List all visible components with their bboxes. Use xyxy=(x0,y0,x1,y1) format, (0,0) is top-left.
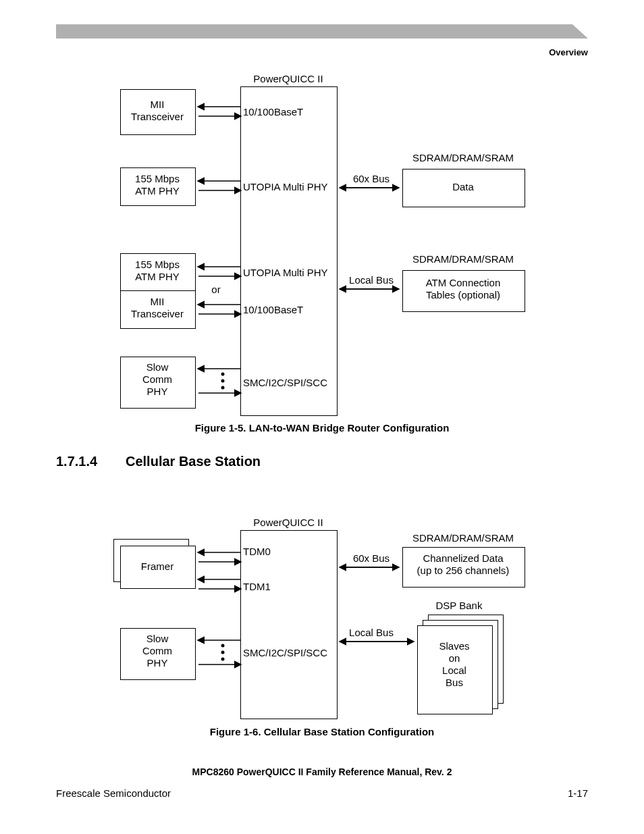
footer-left: Freescale Semiconductor xyxy=(56,787,171,799)
footer-title: MPC8260 PowerQUICC II Family Reference M… xyxy=(0,766,644,777)
fig2-caption: Figure 1-6. Cellular Base Station Config… xyxy=(0,726,644,737)
footer-right: 1-17 xyxy=(568,787,588,799)
svg-point-27 xyxy=(221,644,225,648)
fig2-dots xyxy=(216,643,230,663)
svg-point-29 xyxy=(221,658,225,661)
fig2-arrows xyxy=(0,0,644,743)
svg-point-28 xyxy=(221,651,225,654)
